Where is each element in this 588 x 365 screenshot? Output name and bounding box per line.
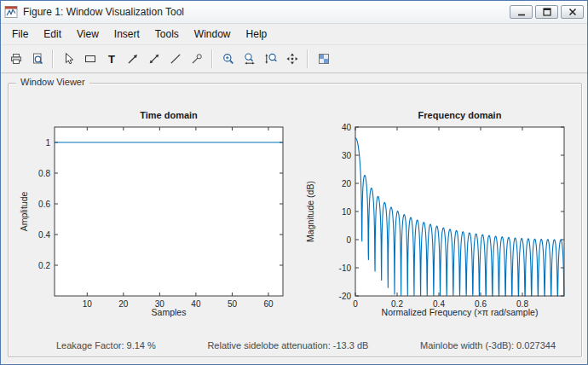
minimize-icon (516, 6, 527, 18)
svg-text:30: 30 (342, 151, 352, 160)
sidelobe-attenuation-text: Relative sidelobe attenuation: -13.3 dB (207, 340, 368, 351)
panel-label: Window Viewer (16, 77, 89, 87)
svg-text:20: 20 (118, 299, 129, 309)
svg-text:0: 0 (346, 235, 351, 245)
svg-text:0: 0 (353, 299, 358, 309)
toolbar-separator (307, 49, 308, 68)
zoom-in-icon (222, 52, 235, 66)
svg-text:Time domain: Time domain (140, 110, 198, 120)
svg-text:Amplitude: Amplitude (19, 192, 29, 232)
pin-icon (190, 52, 204, 66)
window-title: Figure 1: Window Visualization Tool (23, 6, 507, 18)
parameters-grid-icon (317, 52, 331, 66)
pointer-icon (62, 52, 76, 66)
svg-text:0.2: 0.2 (38, 261, 50, 270)
menu-help[interactable]: Help (239, 24, 275, 44)
time-domain-plot[interactable]: 1020304050600.20.40.60.81Time domainSamp… (17, 96, 300, 321)
svg-text:-20: -20 (339, 292, 352, 301)
zoom-x-axis-button[interactable] (239, 49, 260, 70)
close-icon (567, 6, 579, 18)
insert-arrow-button[interactable] (122, 49, 143, 70)
maximize-icon (541, 6, 553, 18)
menu-view[interactable]: View (69, 24, 107, 44)
svg-text:0.8: 0.8 (38, 169, 50, 178)
matlab-figure-icon (4, 5, 18, 19)
insert-line-button[interactable] (164, 49, 186, 70)
menu-file[interactable]: File (4, 24, 36, 44)
menu-window[interactable]: Window (187, 24, 239, 44)
svg-text:60: 60 (263, 299, 274, 309)
svg-text:Samples: Samples (152, 307, 187, 317)
status-row: Leakage Factor: 9.14 % Relative sidelobe… (9, 340, 581, 351)
menu-tools[interactable]: Tools (147, 24, 187, 44)
print-button[interactable] (5, 49, 26, 70)
full-view-button[interactable] (281, 49, 303, 70)
zoom-in-button[interactable] (217, 49, 239, 70)
svg-text:0.4: 0.4 (38, 230, 50, 240)
printer-icon (9, 52, 23, 66)
window-parameters-button[interactable] (313, 49, 334, 70)
figure-window: Figure 1: Window Visualization Tool File… (0, 0, 588, 365)
svg-text:Frequency domain: Frequency domain (418, 110, 502, 120)
svg-text:40: 40 (191, 299, 201, 309)
line-icon (169, 52, 182, 66)
svg-text:Magnitude (dB): Magnitude (dB) (305, 181, 315, 242)
minimize-button[interactable] (510, 5, 533, 19)
mainlobe-width-text: Mainlobe width (-3dB): 0.027344 (420, 340, 556, 351)
zoom-y-axis-button[interactable] (260, 49, 281, 70)
svg-text:20: 20 (342, 179, 352, 188)
menu-insert[interactable]: Insert (107, 24, 147, 44)
print-preview-button[interactable] (26, 49, 48, 70)
toolbar-separator (52, 49, 54, 68)
svg-text:10: 10 (342, 207, 352, 217)
menu-bar: File Edit View Insert Tools Window Help (1, 24, 587, 45)
svg-text:T: T (108, 53, 115, 66)
svg-text:-10: -10 (339, 264, 352, 273)
text-icon: T (105, 52, 118, 66)
maximize-button[interactable] (535, 5, 558, 19)
zoom-x-icon (243, 52, 257, 66)
leakage-factor-text: Leakage Factor: 9.14 % (56, 340, 156, 351)
rectangle-icon (84, 52, 97, 66)
double-arrow-icon (147, 52, 161, 66)
svg-text:Normalized Frequency (×π rad/s: Normalized Frequency (×π rad/sample) (382, 307, 539, 317)
svg-text:50: 50 (228, 299, 238, 309)
zoom-y-icon (264, 52, 278, 66)
insert-text-button[interactable]: T (101, 49, 122, 70)
svg-text:0.6: 0.6 (38, 200, 50, 209)
arrow-icon (126, 52, 140, 66)
svg-text:40: 40 (342, 123, 352, 132)
toolbar: T (1, 45, 587, 73)
full-view-icon (285, 52, 299, 66)
close-button[interactable] (561, 5, 584, 19)
title-bar[interactable]: Figure 1: Window Visualization Tool (1, 1, 587, 24)
print-preview-icon (31, 52, 44, 66)
menu-edit[interactable]: Edit (36, 24, 69, 44)
insert-rectangle-button[interactable] (79, 49, 101, 70)
frequency-domain-plot[interactable]: 00.20.40.60.8-20-10010203040Frequency do… (303, 96, 574, 321)
svg-text:1: 1 (45, 138, 50, 148)
insert-double-arrow-button[interactable] (143, 49, 164, 70)
edit-plot-button[interactable] (58, 49, 79, 70)
svg-text:10: 10 (83, 299, 93, 309)
toolbar-separator (211, 49, 213, 68)
pin-to-axes-button[interactable] (186, 49, 207, 70)
window-viewer-panel: Window Viewer 1020304050600.20.40.60.81T… (8, 83, 582, 357)
